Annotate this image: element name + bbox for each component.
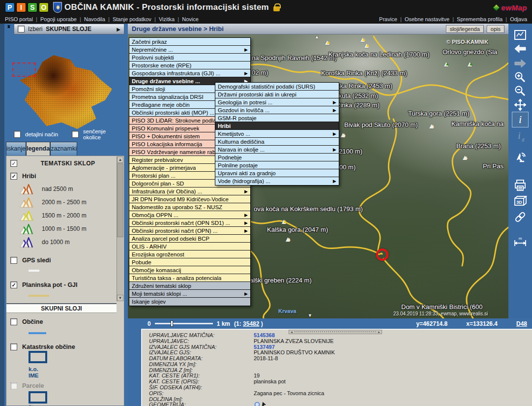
submenu-item[interactable]: Demografski statistični podatki (SURS) ▶: [215, 83, 339, 91]
menu-item[interactable]: OLIS - ARHIV ▶: [129, 243, 250, 250]
datum-link[interactable]: D48: [516, 320, 527, 327]
sidebar-tab[interactable]: iskanje: [6, 142, 26, 156]
mountain-marker-icon: ▲ ▲: [443, 60, 452, 68]
attribute-rows: UPRAVLJAVEC MATIČNA: 5145368 UPRAVLJAVEC…: [149, 332, 532, 406]
portal-link[interactable]: Pogoji uporabe: [33, 16, 77, 22]
accordion-collapse-icon[interactable]: ▲: [5, 24, 13, 29]
submenu-item[interactable]: Narava in okolje ... ▶: [215, 146, 339, 154]
coord-x: x=133126.4: [466, 320, 498, 327]
katastrske-obcine-checkbox[interactable]: ✓: [10, 344, 17, 350]
attribute-row: DIMENZIJA YX [m]:: [149, 361, 532, 367]
accordion-checkbox[interactable]: ✓: [18, 26, 25, 32]
menu-item[interactable]: Območje komasacij ▶: [129, 266, 250, 274]
menu-item[interactable]: Poslovni subjekti ▶: [129, 54, 250, 62]
scale-slider-handle[interactable]: [171, 320, 173, 327]
menu-item[interactable]: Nepremičnine ... ▶: [129, 46, 250, 54]
menu-item[interactable]: JR DPN Plinovod M9 Kidričevo-Vodice ▶: [129, 195, 250, 203]
gps-tracking-button[interactable]: [512, 151, 528, 165]
menu-item[interactable]: Občinski prostorski načrt (OPN) ... ▶: [129, 227, 250, 235]
accordion-header[interactable]: ✓ Izberi SKUPNE SLOJE ▶: [14, 24, 124, 34]
mountain-marker-icon: ▲ ▲: [466, 60, 476, 68]
measure-button[interactable]: m: [512, 234, 528, 249]
submenu-item[interactable]: Gozdovi in lovišča ... ▶: [215, 106, 339, 114]
hribi-checkbox[interactable]: ✓: [10, 173, 17, 180]
portal-link[interactable]: Navodila: [77, 16, 105, 22]
gps-sledi-checkbox[interactable]: ✓: [10, 257, 17, 264]
menu-item[interactable]: Pobude ▶: [129, 258, 250, 266]
submenu-item[interactable]: Vode (hidrografija) ... ▶: [215, 177, 339, 185]
panel-collapse-handle-bottom[interactable]: ▼: [308, 313, 312, 318]
menu-item[interactable]: Gospodarska infrastruktura (GJI) ... ▶: [129, 69, 250, 77]
sidebar-tab[interactable]: legenda: [26, 142, 50, 156]
map-feature-label: Brana (2253 m): [456, 142, 501, 150]
geometry-tools[interactable]: [254, 401, 268, 406]
panel-collapse-handle-top[interactable]: ▲: [315, 34, 319, 39]
parcele-checkbox[interactable]: ✓: [10, 382, 17, 389]
nav-back-button[interactable]: [512, 41, 528, 56]
menu-item[interactable]: Območja OPPN ... ▶: [129, 211, 250, 219]
sidebar-tab[interactable]: zaznamki: [50, 142, 77, 156]
legend-scrollbar-thumb[interactable]: [117, 163, 123, 237]
menu-item[interactable]: Začetni prikaz ▶: [129, 38, 250, 46]
submenu-item[interactable]: Geologija in potresi ... ▶: [215, 98, 339, 106]
scroll-down-icon[interactable]: ▼: [117, 295, 123, 301]
scale-slider[interactable]: [155, 323, 213, 324]
scale-ratio-link[interactable]: 35482: [243, 320, 259, 327]
tematski-sklop-checkbox[interactable]: ✓: [10, 160, 17, 167]
display-option-checkbox[interactable]: ✓: [72, 131, 79, 138]
attribute-panel-scrollbar[interactable]: ◄ ►: [289, 330, 382, 334]
overview-extent-rectangle[interactable]: [12, 62, 36, 77]
view-3d-button[interactable]: 3D: [512, 194, 528, 209]
submenu-item[interactable]: Polnilne postaje ▶: [215, 161, 339, 169]
permalink-button[interactable]: [512, 210, 528, 224]
menu-item[interactable]: Iskanje slojev ▶: [129, 298, 250, 306]
map-view-button[interactable]: sloji/legenda: [446, 25, 484, 33]
account-link[interactable]: Pravice: [379, 16, 397, 22]
submenu-item[interactable]: Upravni akti za gradnjo ▶: [215, 169, 339, 177]
portal-link[interactable]: PISO portal: [5, 16, 33, 22]
planinska-pot-checkbox[interactable]: ✓: [10, 281, 17, 288]
pan-button[interactable]: [512, 97, 528, 112]
submenu-item[interactable]: Kulturna dediščina ▶: [215, 138, 339, 146]
submenu-item[interactable]: Podnebje ▶: [215, 154, 339, 161]
legend-scrollbar[interactable]: ▲ ▼: [117, 156, 123, 301]
submenu-item[interactable]: Državni prostorski akti in ukrepi ▶: [215, 91, 339, 98]
portal-link[interactable]: Stanje podatkov: [105, 16, 151, 22]
submenu-item[interactable]: Hribi ▶: [215, 122, 339, 130]
display-option[interactable]: ✓ detajlni način: [14, 131, 67, 138]
scroll-up-icon[interactable]: ▲: [117, 156, 123, 163]
piso-logo-letter: P: [5, 2, 15, 12]
portal-link[interactable]: Novice: [175, 16, 199, 22]
menu-item[interactable]: Občinski prostorski načrt (OPN SD1) ... …: [129, 219, 250, 227]
display-option[interactable]: ✓ senčenje okolice: [72, 128, 125, 140]
display-option-checkbox[interactable]: ✓: [14, 131, 21, 138]
identify-button[interactable]: i: [512, 112, 528, 127]
account-link[interactable]: Sprememba profila: [449, 16, 502, 22]
identify-group-button[interactable]: ig: [512, 129, 528, 144]
menu-item[interactable]: Nadomestilo za uporabo SZ - NUSZ ▶: [129, 203, 250, 211]
submenu-item[interactable]: Kmetijstvo ... ▶: [215, 130, 339, 138]
menu-item[interactable]: Združeni tematski sklop ▶: [129, 282, 250, 290]
account-link[interactable]: Odjava: [502, 16, 527, 22]
scroll-right-icon[interactable]: ►: [377, 331, 382, 334]
menu-item[interactable]: Prostorske enote (RPE) ▶: [129, 62, 250, 69]
portal-link[interactable]: Vizitka: [151, 16, 175, 22]
map-feature-label: Rinka (2289 m): [336, 101, 380, 109]
menu-item[interactable]: Moji tematski sklopi ... ▶: [129, 290, 250, 298]
menu-item[interactable]: Erozijska ogroženost ▶: [129, 250, 250, 258]
menu-item[interactable]: Turistična taksa - analiza potenciala ▶: [129, 274, 250, 282]
obcine-checkbox[interactable]: ✓: [10, 318, 17, 325]
submenu-item[interactable]: GSM-R postaje ▶: [215, 114, 339, 122]
menu-item[interactable]: Infrastruktura (vir Občina) ... ▶: [129, 187, 250, 195]
zoom-out-button[interactable]: [512, 84, 528, 98]
scrollbar-track[interactable]: [294, 331, 377, 333]
overview-extent-button[interactable]: [512, 28, 528, 42]
account-link[interactable]: Osebne nastavitve: [397, 16, 449, 22]
druge-drzavne-vsebine-submenu: Demografski statistični podatki (SURS) ▶…: [215, 82, 339, 186]
menu-item[interactable]: Analiza parcel pod odseki BCP ▶: [129, 235, 250, 243]
map-view-button[interactable]: opis: [487, 25, 504, 33]
nav-forward-button[interactable]: [512, 56, 528, 71]
print-button[interactable]: [512, 178, 528, 193]
zoom-in-button[interactable]: [512, 70, 528, 85]
scroll-left-icon[interactable]: ◄: [289, 331, 294, 334]
